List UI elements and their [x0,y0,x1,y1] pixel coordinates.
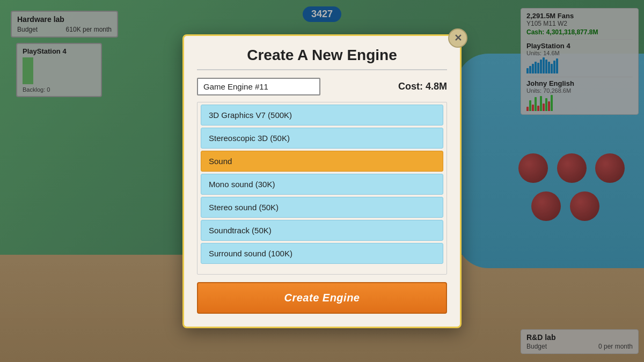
modal-title: Create A New Engine [197,47,447,70]
feature-item[interactable]: Soundtrack (50K) [201,220,443,241]
feature-item[interactable]: Stereo sound (50K) [201,197,443,218]
feature-item[interactable]: 3D Graphics V7 (500K) [201,105,443,125]
engine-name-input[interactable] [197,78,320,95]
feature-item[interactable]: Stereoscopic 3D (50K) [201,128,443,149]
features-scroll[interactable]: 3D Graphics V7 (500K)Stereoscopic 3D (50… [197,102,447,274]
feature-item[interactable]: Mono sound (30K) [201,174,443,195]
feature-item[interactable]: Surround sound (100K) [201,243,443,264]
category-header[interactable]: Sound [201,151,443,172]
close-button[interactable]: ✕ [448,28,467,48]
features-container: 3D Graphics V7 (500K)Stereoscopic 3D (50… [197,102,447,275]
create-engine-button[interactable]: Create Engine [197,282,447,314]
modal-top-row: Cost: 4.8M [197,78,447,95]
cost-label: Cost: 4.8M [398,81,447,92]
modal-overlay: ✕ Create A New Engine Cost: 4.8M 3D Grap… [0,0,644,362]
create-engine-dialog: ✕ Create A New Engine Cost: 4.8M 3D Grap… [182,34,462,328]
